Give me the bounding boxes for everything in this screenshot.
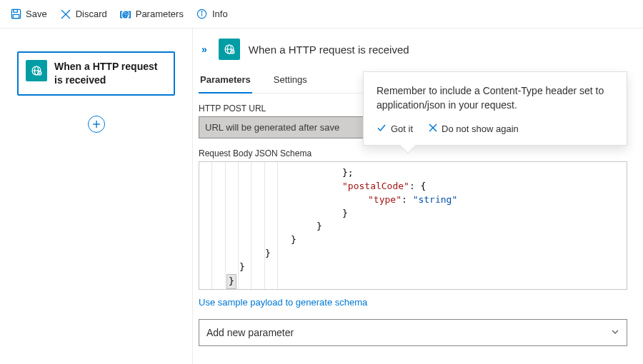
discard-button[interactable]: Discard	[60, 9, 107, 20]
command-bar: Save Discard [@] Parameters Info	[0, 0, 643, 29]
panel-header: » When a HTTP request is received	[193, 39, 627, 60]
save-button[interactable]: Save	[10, 9, 47, 20]
chevron-down-icon	[611, 327, 619, 338]
save-label: Save	[26, 9, 47, 19]
got-it-label: Got it	[391, 123, 413, 134]
main-area: When a HTTP request is received » When a…	[0, 29, 643, 364]
svg-rect-1	[13, 9, 17, 12]
info-icon	[196, 9, 208, 20]
dont-show-label: Do not show again	[442, 123, 519, 134]
parameters-button[interactable]: [@] Parameters	[120, 9, 184, 20]
svg-rect-2	[13, 14, 19, 18]
close-icon	[429, 123, 437, 134]
trigger-card[interactable]: When a HTTP request is received	[17, 51, 175, 96]
callout-got-it-button[interactable]: Got it	[377, 123, 413, 135]
details-panel: » When a HTTP request is received Parame…	[193, 29, 643, 364]
schema-label: Request Body JSON Schema	[199, 148, 627, 158]
check-icon	[377, 123, 387, 135]
parameters-icon: [@]	[120, 9, 131, 20]
svg-text:[@]: [@]	[120, 10, 131, 18]
http-request-icon	[219, 39, 240, 60]
panel-title: When a HTTP request is received	[249, 44, 409, 56]
http-request-icon	[26, 60, 47, 81]
svg-point-8	[201, 11, 202, 12]
add-parameter-label: Add new parameter	[206, 327, 294, 338]
schema-section: Request Body JSON Schema };"postalCode":…	[199, 148, 627, 290]
save-icon	[10, 9, 21, 20]
tab-parameters[interactable]: Parameters	[199, 70, 252, 93]
collapse-button[interactable]: »	[199, 41, 210, 58]
designer-canvas: When a HTTP request is received	[0, 29, 193, 364]
add-parameter-dropdown[interactable]: Add new parameter	[199, 319, 627, 346]
info-button[interactable]: Info	[196, 9, 228, 20]
callout-message: Remember to include a Content-Type heade…	[377, 84, 614, 113]
tab-settings[interactable]: Settings	[272, 70, 309, 93]
add-step-button[interactable]	[88, 116, 105, 133]
info-label: Info	[212, 9, 228, 19]
schema-editor[interactable]: };"postalCode": {"type": "string"}}}}}}	[199, 161, 627, 290]
trigger-card-title: When a HTTP request is received	[54, 60, 166, 87]
use-sample-payload-link[interactable]: Use sample payload to generate schema	[199, 297, 367, 308]
callout-dont-show-button[interactable]: Do not show again	[429, 123, 519, 134]
close-icon	[60, 9, 71, 20]
discard-label: Discard	[76, 9, 107, 19]
info-callout: Remember to include a Content-Type heade…	[363, 71, 627, 146]
parameters-label: Parameters	[136, 9, 184, 19]
